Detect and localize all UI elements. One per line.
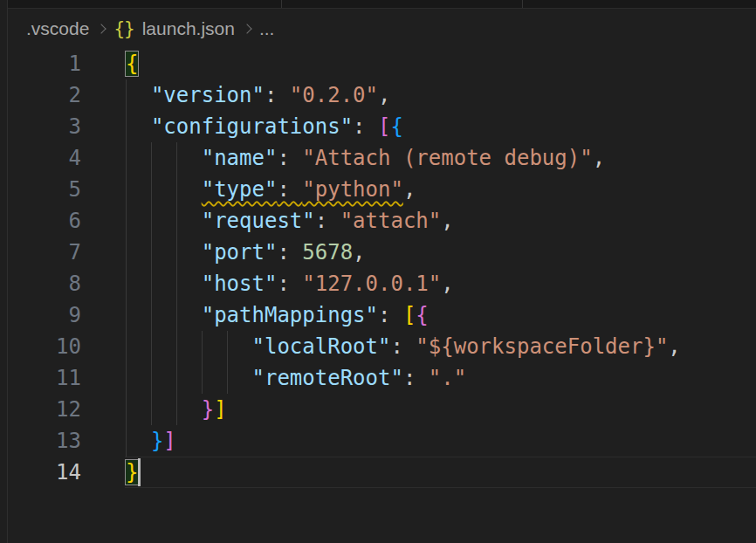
code-line[interactable]: 13 }]: [8, 425, 756, 457]
indent-guide: [126, 174, 127, 205]
indent-guide: [126, 331, 127, 362]
indent-guide: [151, 362, 152, 394]
code-token: }: [151, 429, 163, 453]
current-line-highlight: [125, 457, 756, 488]
chevron-right-icon: [242, 24, 251, 33]
indent-guide: [176, 394, 177, 425]
indent-guide: [202, 362, 203, 394]
breadcrumb-folder[interactable]: .vscode: [26, 18, 89, 39]
code-line[interactable]: 5 "type": "python",: [8, 174, 756, 205]
code-line-content: }]: [126, 394, 756, 425]
code-line-content: "pathMappings": [{: [126, 299, 756, 331]
code-token: :: [315, 209, 340, 233]
code-token: [126, 83, 151, 107]
code-line-content: "localRoot": "${workspaceFolder}",: [126, 331, 756, 362]
code-token: ,: [593, 146, 605, 170]
code-line[interactable]: 4 "name": "Attach (remote debug)",: [8, 142, 756, 174]
indent-guide: [126, 142, 127, 174]
line-number[interactable]: 1: [8, 48, 81, 79]
code-token: :: [403, 366, 429, 390]
code-token: [126, 240, 202, 265]
indent-guide: [126, 268, 127, 299]
code-token: ,: [441, 209, 453, 233]
code-token: [126, 334, 252, 359]
code-token: :: [277, 177, 302, 202]
code-line-content: {: [126, 48, 756, 79]
code-line[interactable]: 3 "configurations": [{: [8, 111, 756, 142]
code-line[interactable]: 8 "host": "127.0.0.1",: [8, 268, 756, 299]
code-token: [: [403, 303, 416, 327]
code-token: 5678: [302, 240, 353, 265]
code-line[interactable]: 1{: [8, 48, 756, 79]
code-token: :: [277, 146, 302, 170]
code-line[interactable]: 6 "request": "attach",: [8, 205, 756, 237]
code-line[interactable]: 14}: [8, 457, 756, 488]
code-token: :: [277, 272, 302, 296]
code-line[interactable]: 11 "remoteRoot": ".": [8, 362, 756, 394]
code-token: "configurations": [151, 114, 353, 139]
code-area[interactable]: 1{2 "version": "0.2.0",3 "configurations…: [8, 48, 756, 488]
line-number[interactable]: 2: [8, 79, 81, 111]
code-line[interactable]: 7 "port": 5678,: [8, 237, 756, 268]
code-line[interactable]: 10 "localRoot": "${workspaceFolder}",: [8, 331, 756, 362]
indent-guide: [151, 237, 152, 268]
code-line-content: "remoteRoot": ".": [126, 362, 756, 394]
code-line-content: "version": "0.2.0",: [126, 79, 756, 111]
line-number[interactable]: 6: [8, 205, 81, 237]
code-token: "127.0.0.1": [302, 272, 441, 296]
line-number[interactable]: 4: [8, 142, 81, 174]
line-number[interactable]: 14: [8, 457, 81, 488]
json-file-icon: {}: [113, 18, 134, 39]
line-number[interactable]: 9: [8, 299, 81, 331]
code-token: "Attach (remote debug)": [302, 146, 592, 170]
line-number[interactable]: 3: [8, 111, 81, 142]
breadcrumb: .vscode {} launch.json ...: [26, 10, 274, 47]
code-token: :: [265, 83, 290, 107]
code-line-content: "name": "Attach (remote debug)",: [126, 142, 756, 174]
code-token: "pathMappings": [202, 303, 378, 327]
code-token: "localRoot": [252, 334, 391, 359]
line-number[interactable]: 10: [8, 331, 81, 362]
line-number[interactable]: 8: [8, 268, 81, 299]
code-line[interactable]: 9 "pathMappings": [{: [8, 299, 756, 331]
bracket-match: {: [126, 52, 138, 76]
code-line[interactable]: 12 }]: [8, 394, 756, 425]
code-token: [126, 209, 202, 233]
line-number[interactable]: 7: [8, 237, 81, 268]
line-number[interactable]: 12: [8, 394, 81, 425]
code-line[interactable]: 2 "version": "0.2.0",: [8, 79, 756, 111]
line-number[interactable]: 5: [8, 174, 81, 205]
code-line-content: "port": 5678,: [126, 237, 756, 268]
line-number[interactable]: 11: [8, 362, 81, 394]
breadcrumb-symbol-ellipsis[interactable]: ...: [259, 18, 275, 39]
code-token: [126, 366, 252, 390]
tab-separator: [522, 0, 523, 8]
code-token: [: [378, 114, 390, 139]
code-token: "python": [302, 177, 403, 202]
bracket-match: }: [126, 460, 138, 485]
code-token: {: [390, 114, 402, 139]
code-token: ,: [441, 272, 453, 296]
code-token: "request": [202, 209, 315, 233]
code-token: ,: [668, 334, 680, 359]
indent-guide: [176, 299, 177, 331]
code-line-content: "host": "127.0.0.1",: [126, 268, 756, 299]
code-token: ,: [403, 177, 416, 202]
code-token: ,: [378, 83, 390, 107]
indent-guide: [151, 394, 152, 425]
indent-guide: [176, 142, 177, 174]
chevron-right-icon: [97, 24, 107, 33]
code-token: [126, 272, 202, 296]
code-token: ".": [429, 366, 466, 390]
code-line-content: "type": "python",: [126, 174, 756, 205]
warning-squiggle: "type": "python": [202, 177, 403, 202]
text-cursor: [138, 458, 141, 486]
code-token: "name": [202, 146, 278, 170]
tab-bar: [8, 0, 756, 9]
indent-guide: [227, 331, 228, 362]
line-number[interactable]: 13: [8, 425, 81, 457]
code-token: "0.2.0": [290, 83, 378, 107]
code-token: "type": [202, 177, 278, 202]
indent-guide: [126, 394, 127, 425]
breadcrumb-file[interactable]: launch.json: [142, 18, 235, 39]
